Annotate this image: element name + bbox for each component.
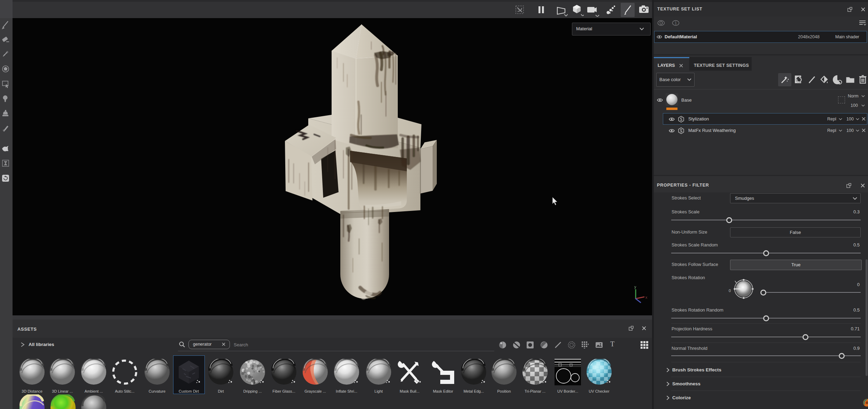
svg-text:y: y (634, 285, 636, 289)
svg-text:1: 1 (6, 148, 8, 151)
svg-text:1: 1 (675, 21, 677, 25)
svg-text:x: x (645, 295, 648, 299)
